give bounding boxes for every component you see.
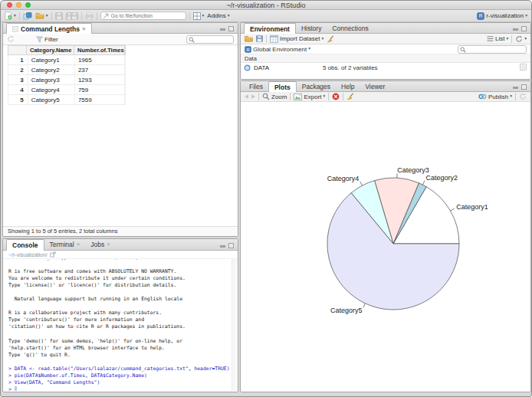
environment-object-row[interactable]: DATA 5 obs. of 2 variables bbox=[241, 63, 530, 72]
refresh-icon bbox=[519, 93, 527, 100]
tab-viewer[interactable]: Viewer bbox=[360, 81, 391, 91]
console-panel: Console Terminal × Jobs × ~/r-visualizat… bbox=[2, 238, 238, 392]
goto-file-input[interactable] bbox=[100, 11, 186, 20]
table-row[interactable]: 2Category2237 bbox=[8, 65, 126, 75]
tab-history[interactable]: History bbox=[296, 23, 327, 33]
list-view-button[interactable]: List ▾ bbox=[487, 35, 508, 42]
console-scrollbar[interactable] bbox=[232, 259, 237, 391]
view-object-button[interactable] bbox=[520, 64, 527, 71]
import-dataset-button[interactable]: Import Dataset ▾ bbox=[270, 35, 323, 43]
refresh-environment-button[interactable]: ▾ bbox=[515, 35, 527, 43]
chevron-down-icon: ▾ bbox=[14, 14, 16, 18]
project-selector[interactable]: r-visualization ▾ bbox=[477, 12, 527, 20]
filter-button[interactable]: Filter bbox=[36, 36, 58, 43]
list-label: List bbox=[495, 35, 504, 42]
row-number-header[interactable] bbox=[8, 46, 27, 54]
console-output-line: You are welcome to redistribute it under… bbox=[8, 275, 230, 282]
close-icon[interactable]: × bbox=[107, 241, 110, 248]
environment-scope-selector[interactable]: Global Environment ▾ bbox=[245, 46, 310, 53]
tab-console[interactable]: Console bbox=[6, 239, 44, 251]
r-environment-icon bbox=[245, 46, 251, 53]
tab-label: Files bbox=[249, 83, 263, 90]
refresh-plot-button[interactable] bbox=[519, 93, 527, 100]
working-directory: ~/r-visualization/ bbox=[8, 252, 48, 258]
save-button[interactable] bbox=[55, 12, 63, 20]
table-cell: 759 bbox=[75, 85, 125, 94]
maximize-pane-button[interactable] bbox=[228, 243, 234, 248]
next-plot-button[interactable] bbox=[251, 94, 255, 99]
maximize-pane-button[interactable] bbox=[521, 84, 527, 90]
tab-terminal[interactable]: Terminal × bbox=[44, 239, 86, 250]
tab-help[interactable]: Help bbox=[336, 81, 360, 91]
tab-jobs[interactable]: Jobs × bbox=[85, 239, 116, 250]
minimize-pane-button[interactable] bbox=[513, 28, 518, 31]
publish-button[interactable]: Publish ▾ bbox=[478, 93, 512, 100]
chevron-down-icon: ▾ bbox=[202, 14, 205, 18]
remove-plot-button[interactable] bbox=[332, 93, 340, 100]
load-workspace-button[interactable] bbox=[245, 35, 253, 42]
table-cell: 3 bbox=[8, 75, 28, 84]
save-all-button[interactable] bbox=[66, 12, 78, 20]
zoom-window-button[interactable] bbox=[25, 2, 31, 8]
close-window-button[interactable] bbox=[7, 2, 12, 8]
toolbar-separator bbox=[258, 93, 259, 100]
tab-files[interactable]: Files bbox=[244, 81, 268, 91]
minimize-pane-button[interactable] bbox=[220, 245, 225, 248]
close-icon[interactable]: × bbox=[77, 241, 80, 248]
remove-plot-icon bbox=[332, 93, 340, 100]
tab-command-lengths[interactable]: Command Lengths × bbox=[6, 23, 92, 34]
toolbar-separator bbox=[515, 93, 516, 100]
pie-label-line bbox=[451, 208, 455, 211]
column-header-category-name[interactable]: Category.Name bbox=[27, 46, 74, 54]
pie-label: Category5 bbox=[330, 307, 363, 314]
console-tabbar: Console Terminal × Jobs × bbox=[3, 239, 238, 251]
table-row[interactable]: 5Category57559 bbox=[8, 95, 126, 105]
table-row[interactable]: 1Category11965 bbox=[8, 55, 126, 65]
table-cell: Category5 bbox=[28, 95, 75, 104]
environment-search-input[interactable] bbox=[458, 45, 527, 54]
maximize-pane-button[interactable] bbox=[521, 26, 527, 31]
column-header-number-of-times[interactable]: Number.of.Times bbox=[74, 46, 125, 54]
tab-environment[interactable]: Environment bbox=[244, 23, 296, 34]
clear-plots-button[interactable] bbox=[346, 93, 354, 100]
maximize-pane-button[interactable] bbox=[228, 26, 234, 31]
new-project-button[interactable] bbox=[23, 12, 32, 20]
new-file-button[interactable]: ▾ bbox=[5, 11, 16, 20]
table-row[interactable]: 3Category31293 bbox=[8, 75, 126, 85]
tab-plots[interactable]: Plots bbox=[268, 81, 297, 92]
table-cell: Category2 bbox=[28, 65, 75, 74]
zoom-plot-button[interactable]: Zoom bbox=[262, 93, 287, 100]
pane-layout-button[interactable]: ▾ bbox=[193, 12, 205, 20]
console-output-line bbox=[8, 289, 230, 296]
table-row[interactable]: 4Category4759 bbox=[8, 85, 126, 95]
magnifier-icon bbox=[262, 93, 270, 100]
minimize-pane-button[interactable] bbox=[513, 87, 518, 89]
chevron-down-icon: ▾ bbox=[46, 14, 48, 18]
addins-button[interactable]: Addins ▾ bbox=[207, 12, 229, 19]
open-folder-icon bbox=[35, 12, 44, 19]
close-icon[interactable]: × bbox=[82, 26, 86, 32]
tab-packages[interactable]: Packages bbox=[297, 81, 336, 91]
clear-environment-button[interactable] bbox=[327, 35, 334, 43]
open-in-new-icon[interactable] bbox=[50, 251, 56, 258]
save-workspace-button[interactable] bbox=[256, 35, 263, 42]
minimize-window-button[interactable] bbox=[16, 2, 21, 8]
refresh-icon bbox=[7, 35, 15, 43]
print-button[interactable] bbox=[85, 12, 94, 20]
environment-toolbar: Import Dataset ▾ List ▾ ▾ bbox=[241, 34, 530, 44]
refresh-data-button[interactable] bbox=[7, 35, 15, 43]
environment-tabbar: Environment History Connections bbox=[241, 23, 530, 34]
export-plot-button[interactable]: Export ▾ bbox=[294, 94, 325, 100]
data-section-header: Data bbox=[241, 54, 530, 63]
tab-label: Plots bbox=[274, 84, 291, 91]
open-file-button[interactable]: ▾ bbox=[35, 12, 48, 19]
minimize-pane-button[interactable] bbox=[220, 28, 225, 31]
open-folder-icon bbox=[245, 35, 253, 42]
tab-connections[interactable]: Connections bbox=[327, 23, 373, 33]
publish-icon bbox=[478, 93, 487, 100]
previous-plot-button[interactable] bbox=[245, 94, 248, 99]
tab-label: Connections bbox=[332, 25, 368, 32]
console-prompt-line[interactable]: > bbox=[8, 386, 230, 391]
table-cell: 1 bbox=[8, 55, 28, 64]
console-output-line: Type 'license()' or 'licence()' for dist… bbox=[8, 282, 230, 289]
